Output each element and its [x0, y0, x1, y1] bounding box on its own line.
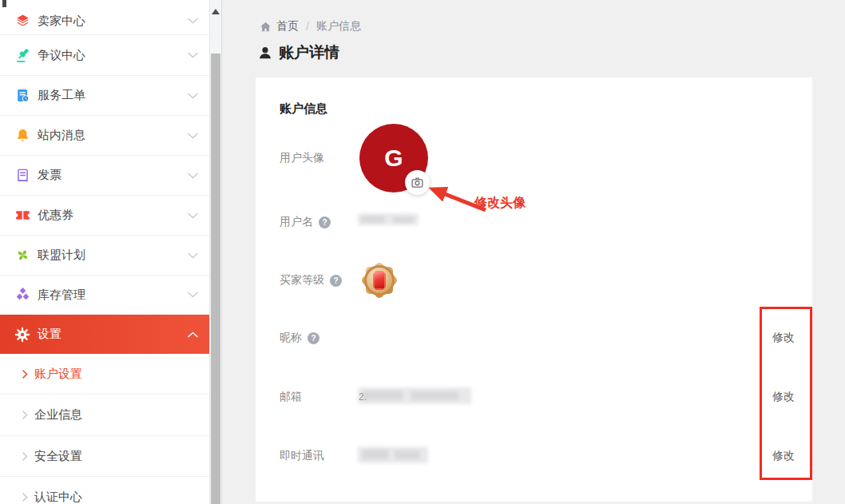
- sidebar-item-site-messages[interactable]: 站内消息: [0, 116, 209, 156]
- sidebar-item-label: 争议中心: [38, 48, 85, 63]
- home-icon: [260, 21, 272, 33]
- affiliate-icon: [14, 248, 30, 264]
- im-field-label: 即时通讯: [280, 448, 324, 464]
- annotation-change-avatar-note: 修改头像: [474, 195, 526, 212]
- chevron-up-icon: [188, 331, 198, 338]
- chevron-down-icon: [188, 52, 198, 58]
- help-icon[interactable]: ?: [319, 216, 331, 228]
- sidebar-item-label: 发票: [38, 168, 61, 183]
- sidebar-subitem-enterprise-info[interactable]: 企业信息: [0, 395, 209, 436]
- im-value-blurred: [358, 446, 428, 463]
- email-value-blurred: [358, 387, 471, 404]
- username-value-blurred: [358, 213, 419, 225]
- sidebar-item-label: 优惠券: [38, 208, 73, 223]
- help-icon[interactable]: ?: [307, 332, 319, 344]
- invoice-icon: [14, 168, 30, 184]
- sidebar-item-label: 站内消息: [38, 128, 85, 143]
- sidebar-item-label: 卖家中心: [38, 14, 85, 29]
- bell-icon: [14, 128, 30, 144]
- page-title-text: 账户详情: [279, 42, 339, 63]
- sidebar-subitem-label: 账户设置: [34, 367, 82, 382]
- scrollbar-up-arrow[interactable]: [212, 9, 220, 14]
- sidebar-subitem-security-settings[interactable]: 安全设置: [0, 436, 209, 477]
- chevron-down-icon: [188, 292, 198, 298]
- chevron-right-icon: [22, 370, 28, 379]
- change-avatar-button[interactable]: [405, 170, 430, 195]
- service-ticket-icon: [14, 88, 30, 104]
- sidebar-scrollbar[interactable]: [209, 0, 222, 504]
- sidebar-item-label: 库存管理: [38, 288, 85, 303]
- sidebar-subitem-label: 企业信息: [34, 407, 82, 423]
- avatar-letter: G: [384, 145, 403, 172]
- chevron-right-icon: [22, 493, 28, 502]
- page-title: 账户详情: [258, 42, 339, 63]
- modify-email-link[interactable]: 修改: [772, 389, 795, 405]
- sidebar: 卖家中心 争议中心: [0, 0, 209, 504]
- gear-icon: [14, 327, 30, 343]
- scrollbar-thumb[interactable]: [211, 54, 220, 504]
- sidebar-item-settings[interactable]: 设置: [0, 315, 209, 354]
- sidebar-item-inventory[interactable]: 库存管理: [0, 276, 209, 315]
- buyer-level-badge: [359, 260, 399, 300]
- sliver-icon-fragment: [2, 0, 6, 7]
- coupon-icon: [14, 208, 30, 224]
- chevron-down-icon: [188, 173, 198, 179]
- nickname-field-label: 昵称 ?: [280, 330, 319, 346]
- sidebar-item-invoice[interactable]: 发票: [0, 156, 209, 196]
- sidebar-subitem-certification-center[interactable]: 认证中心: [0, 477, 209, 504]
- chevron-right-icon: [22, 411, 28, 419]
- main-content: 首页 / 账户信息 账户详情 账户信息 用户头像 G: [222, 0, 845, 504]
- avatar-field-label: 用户头像: [280, 150, 324, 166]
- chevron-down-icon: [188, 212, 198, 219]
- sidebar-subitem-account-settings[interactable]: 账户设置: [0, 354, 209, 395]
- help-icon[interactable]: ?: [330, 275, 342, 287]
- sidebar-item-label: 服务工单: [38, 88, 85, 103]
- username-field-label: 用户名 ?: [280, 214, 331, 230]
- breadcrumb-separator: /: [306, 20, 309, 33]
- buyer-level-field-label: 买家等级 ?: [280, 272, 342, 288]
- chevron-down-icon: [188, 18, 198, 24]
- breadcrumb: 首页 / 账户信息: [260, 19, 361, 34]
- email-visible-fragment: 2.: [359, 391, 367, 403]
- chevron-down-icon: [188, 93, 198, 99]
- sidebar-item-dispute-center[interactable]: 争议中心: [0, 35, 209, 76]
- breadcrumb-current: 账户信息: [316, 19, 361, 34]
- account-info-card: 账户信息 用户头像 G: [256, 77, 812, 502]
- sidebar-item-label: 设置: [38, 327, 61, 342]
- sidebar-item-seller-center[interactable]: 卖家中心: [0, 7, 209, 35]
- sidebar-item-affiliate-program[interactable]: 联盟计划: [0, 236, 209, 276]
- camera-icon: [411, 176, 424, 189]
- account-settings-screen: 卖家中心 争议中心: [0, 0, 845, 504]
- sidebar-item-coupons[interactable]: 优惠券: [0, 196, 209, 236]
- modify-nickname-link[interactable]: 修改: [772, 330, 795, 346]
- ruby-gem-icon: [373, 271, 386, 290]
- chevron-right-icon: [22, 452, 28, 461]
- card-title: 账户信息: [280, 101, 327, 117]
- sidebar-item-service-ticket[interactable]: 服务工单: [0, 76, 209, 116]
- layers-icon: [14, 13, 30, 29]
- user-icon: [258, 46, 272, 60]
- sidebar-item-label: 联盟计划: [38, 248, 85, 263]
- inventory-icon: [14, 287, 30, 303]
- breadcrumb-home-link[interactable]: 首页: [276, 19, 299, 34]
- email-field-label: 邮箱: [280, 389, 302, 405]
- modify-im-link[interactable]: 修改: [772, 448, 795, 464]
- chevron-down-icon: [188, 252, 198, 259]
- chevron-down-icon: [188, 133, 198, 139]
- sidebar-subitem-label: 认证中心: [34, 490, 82, 504]
- gavel-icon: [14, 47, 30, 63]
- sidebar-subitem-label: 安全设置: [34, 449, 82, 464]
